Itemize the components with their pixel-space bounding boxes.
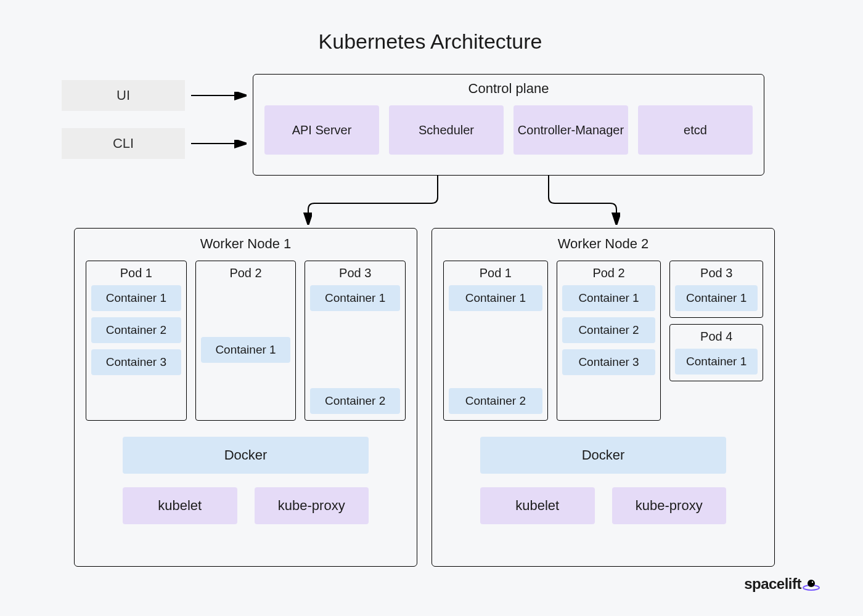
control-plane-title: Control plane xyxy=(264,81,753,97)
w2-pod2-title: Pod 2 xyxy=(592,266,624,280)
arrow-cli-to-controlplane xyxy=(191,136,253,154)
worker1-title: Worker Node 1 xyxy=(86,236,406,252)
arrow-ui-to-controlplane xyxy=(191,87,253,106)
w1-pod2-title: Pod 2 xyxy=(229,266,261,280)
w2-pod4: Pod 4 Container 1 xyxy=(669,324,763,381)
rocket-icon xyxy=(803,578,820,590)
w2-pod3: Pod 3 Container 1 xyxy=(669,261,763,318)
w2-pod1: Pod 1 Container 1 Container 2 xyxy=(443,261,548,421)
container-box: Container 1 xyxy=(675,285,758,311)
client-cli-box: CLI xyxy=(62,128,185,159)
cp-component-controller-manager: Controller-Manager xyxy=(513,105,628,155)
w2-pod3-title: Pod 3 xyxy=(700,266,732,280)
cp-component-api-server: API Server xyxy=(264,105,379,155)
container-box: Container 1 xyxy=(201,337,291,363)
w2-pod2: Pod 2 Container 1 Container 2 Container … xyxy=(557,261,661,421)
client-ui-box: UI xyxy=(62,80,185,111)
container-box: Container 1 xyxy=(449,285,542,311)
container-box: Container 2 xyxy=(562,317,656,343)
container-box: Container 2 xyxy=(310,388,400,414)
arrow-cp-to-worker2 xyxy=(542,176,641,231)
logo-text: spacelift xyxy=(744,575,801,593)
worker-node-1: Worker Node 1 Pod 1 Container 1 Containe… xyxy=(74,228,417,567)
worker-node-2: Worker Node 2 Pod 1 Container 1 Containe… xyxy=(432,228,775,567)
w1-pod2: Pod 2 Container 1 xyxy=(195,261,297,421)
w2-pod1-title: Pod 1 xyxy=(480,266,512,280)
w2-kube-proxy: kube-proxy xyxy=(612,487,727,524)
container-box: Container 3 xyxy=(91,349,181,375)
container-box: Container 3 xyxy=(562,349,656,375)
cp-component-etcd: etcd xyxy=(638,105,753,155)
w1-pod1-title: Pod 1 xyxy=(120,266,152,280)
arrow-cp-to-worker1 xyxy=(296,176,456,231)
w2-pod4-title: Pod 4 xyxy=(700,330,732,344)
w1-pod3-title: Pod 3 xyxy=(339,266,371,280)
cp-component-scheduler: Scheduler xyxy=(389,105,504,155)
container-box: Container 1 xyxy=(310,285,400,311)
svg-point-3 xyxy=(808,580,815,587)
w2-kubelet: kubelet xyxy=(480,487,595,524)
w1-kube-proxy: kube-proxy xyxy=(255,487,369,524)
w1-runtime: Docker xyxy=(123,437,369,474)
container-box: Container 1 xyxy=(562,285,656,311)
w1-kubelet: kubelet xyxy=(123,487,237,524)
spacelift-logo: spacelift xyxy=(744,575,820,593)
container-box: Container 2 xyxy=(449,388,542,414)
w1-pod3: Pod 3 Container 1 Container 2 xyxy=(305,261,406,421)
control-plane-box: Control plane API Server Scheduler Contr… xyxy=(253,74,764,176)
container-box: Container 1 xyxy=(91,285,181,311)
diagram-title: Kubernetes Architecture xyxy=(25,30,836,54)
container-box: Container 2 xyxy=(91,317,181,343)
w2-runtime: Docker xyxy=(480,437,726,474)
svg-point-4 xyxy=(812,582,813,583)
w1-pod1: Pod 1 Container 1 Container 2 Container … xyxy=(86,261,187,421)
container-box: Container 1 xyxy=(675,349,758,375)
worker2-title: Worker Node 2 xyxy=(443,236,763,252)
